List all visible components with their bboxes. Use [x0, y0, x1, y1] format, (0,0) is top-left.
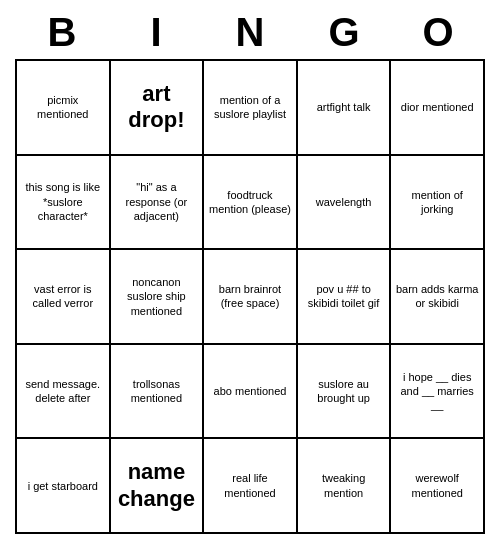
bingo-cell-2: mention of a suslore playlist [204, 61, 298, 156]
bingo-cell-11: noncanon suslore ship mentioned [111, 250, 205, 345]
letter-i: I [111, 10, 201, 55]
letter-o: O [393, 10, 483, 55]
bingo-cell-14: barn adds karma or skibidi [391, 250, 485, 345]
bingo-cell-4: dior mentioned [391, 61, 485, 156]
bingo-cell-0: picmix mentioned [17, 61, 111, 156]
bingo-cell-22: real life mentioned [204, 439, 298, 534]
bingo-cell-9: mention of jorking [391, 156, 485, 251]
letter-n: N [205, 10, 295, 55]
bingo-cell-1: art drop! [111, 61, 205, 156]
bingo-cell-24: werewolf mentioned [391, 439, 485, 534]
bingo-cell-6: "hi" as a response (or adjacent) [111, 156, 205, 251]
bingo-cell-21: name change [111, 439, 205, 534]
bingo-grid: picmix mentionedart drop!mention of a su… [15, 59, 485, 534]
bingo-cell-17: abo mentioned [204, 345, 298, 440]
bingo-cell-16: trollsonas mentioned [111, 345, 205, 440]
bingo-cell-8: wavelength [298, 156, 392, 251]
bingo-title: B I N G O [15, 10, 485, 55]
bingo-cell-19: i hope __ dies and __ marries __ [391, 345, 485, 440]
bingo-cell-12: barn brainrot (free space) [204, 250, 298, 345]
letter-g: G [299, 10, 389, 55]
bingo-cell-18: suslore au brought up [298, 345, 392, 440]
letter-b: B [17, 10, 107, 55]
bingo-cell-10: vast error is called verror [17, 250, 111, 345]
bingo-cell-15: send message. delete after [17, 345, 111, 440]
bingo-cell-3: artfight talk [298, 61, 392, 156]
bingo-cell-20: i get starboard [17, 439, 111, 534]
bingo-cell-23: tweaking mention [298, 439, 392, 534]
bingo-cell-7: foodtruck mention (please) [204, 156, 298, 251]
bingo-cell-5: this song is like *suslore character* [17, 156, 111, 251]
bingo-cell-13: pov u ## to skibidi toilet gif [298, 250, 392, 345]
